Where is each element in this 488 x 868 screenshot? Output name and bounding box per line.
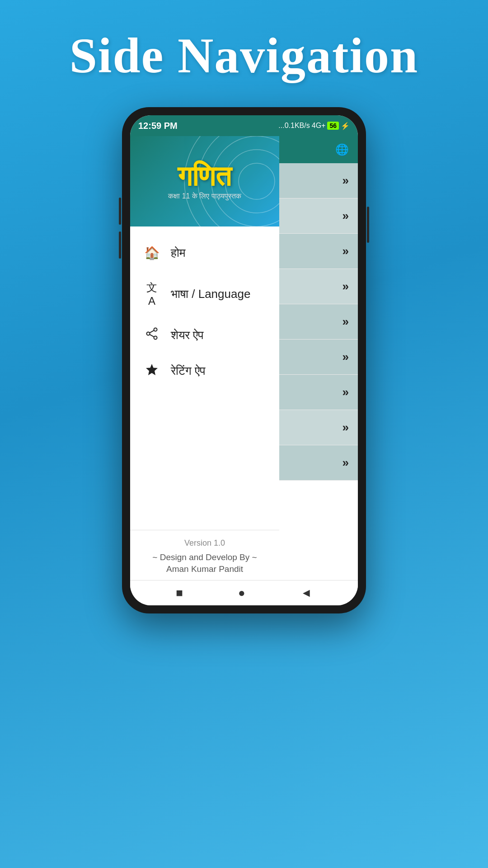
- nav-label-home: होम: [171, 246, 185, 260]
- chevron-right-icon-7: »: [343, 385, 349, 399]
- drawer-header: गणित कक्षा 11 के लिए पाठ्यपुस्तक: [130, 136, 279, 226]
- chevron-right-icon-2: »: [343, 209, 349, 223]
- drawer-header-text: गणित कक्षा 11 के लिए पाठ्यपुस्तक: [168, 162, 241, 200]
- svg-point-5: [154, 328, 157, 331]
- svg-point-7: [154, 336, 157, 340]
- app-logo-subtitle: कक्षा 11 के लिए पाठ्यपुस्तक: [168, 192, 241, 200]
- page-header: Side Navigation: [70, 0, 419, 107]
- page-title: Side Navigation: [70, 27, 419, 85]
- bottom-nav: ■ ● ◄: [130, 580, 358, 605]
- credit-text-line2: Aman Kumar Pandit: [130, 563, 279, 576]
- status-bar-right: ...0.1KB/s 4G+ 56 ⚡: [278, 122, 350, 130]
- network-type: 4G+: [312, 122, 326, 130]
- recent-apps-button[interactable]: ■: [176, 586, 183, 600]
- chevron-right-icon-1: »: [343, 174, 349, 188]
- nav-label-rate: रेटिंग ऐप: [171, 364, 205, 378]
- phone-screen: 12:59 PM ...0.1KB/s 4G+ 56 ⚡ किताब 🌐 »: [130, 115, 358, 605]
- svg-marker-10: [146, 364, 158, 375]
- chevron-right-icon-3: »: [343, 244, 349, 258]
- signal-text: ...0.1KB/s: [278, 122, 310, 130]
- app-logo-title: गणित: [178, 162, 231, 190]
- svg-point-0: [239, 163, 275, 199]
- chevron-right-icon-9: »: [343, 456, 349, 470]
- nav-item-home[interactable]: 🏠 होम: [130, 236, 279, 270]
- battery-indicator: 56: [327, 122, 339, 130]
- chevron-right-icon-5: »: [343, 315, 349, 329]
- status-time: 12:59 PM: [138, 121, 178, 131]
- nav-label-language: भाषा / Language: [171, 287, 250, 301]
- svg-line-9: [150, 335, 154, 337]
- drawer-footer: Version 1.0 ~ Design and Develop By ~ Am…: [130, 530, 279, 580]
- nav-drawer: गणित कक्षा 11 के लिए पाठ्यपुस्तक 🏠 होम 文…: [130, 136, 279, 580]
- nav-item-language[interactable]: 文A भाषा / Language: [130, 270, 279, 317]
- share-icon: [144, 327, 160, 343]
- back-button[interactable]: ◄: [300, 586, 312, 600]
- drawer-nav-items: 🏠 होम 文A भाषा / Language: [130, 226, 279, 530]
- phone-frame: 12:59 PM ...0.1KB/s 4G+ 56 ⚡ किताब 🌐 »: [122, 107, 366, 613]
- version-text: Version 1.0: [130, 538, 279, 548]
- chevron-right-icon-4: »: [343, 279, 349, 293]
- volume-down-button[interactable]: [119, 231, 121, 259]
- nav-item-share[interactable]: शेयर ऐप: [130, 317, 279, 353]
- app-content: किताब 🌐 » » » »: [130, 136, 358, 580]
- translate-icon[interactable]: 🌐: [335, 143, 349, 156]
- svg-point-6: [147, 332, 150, 335]
- power-button[interactable]: [367, 207, 369, 243]
- nav-label-share: शेयर ऐप: [171, 328, 203, 342]
- chevron-right-icon-6: »: [343, 350, 349, 364]
- svg-line-8: [150, 330, 154, 333]
- chevron-right-icon-8: »: [343, 420, 349, 434]
- volume-up-button[interactable]: [119, 198, 121, 225]
- home-icon: 🏠: [144, 245, 160, 260]
- nav-item-rate[interactable]: रेटिंग ऐप: [130, 353, 279, 389]
- credit-text-line1: ~ Design and Develop By ~: [130, 552, 279, 564]
- star-icon: [144, 363, 160, 379]
- language-icon: 文A: [144, 280, 160, 307]
- lightning-icon: ⚡: [341, 122, 350, 130]
- status-bar: 12:59 PM ...0.1KB/s 4G+ 56 ⚡: [130, 115, 358, 136]
- home-button[interactable]: ●: [238, 586, 245, 600]
